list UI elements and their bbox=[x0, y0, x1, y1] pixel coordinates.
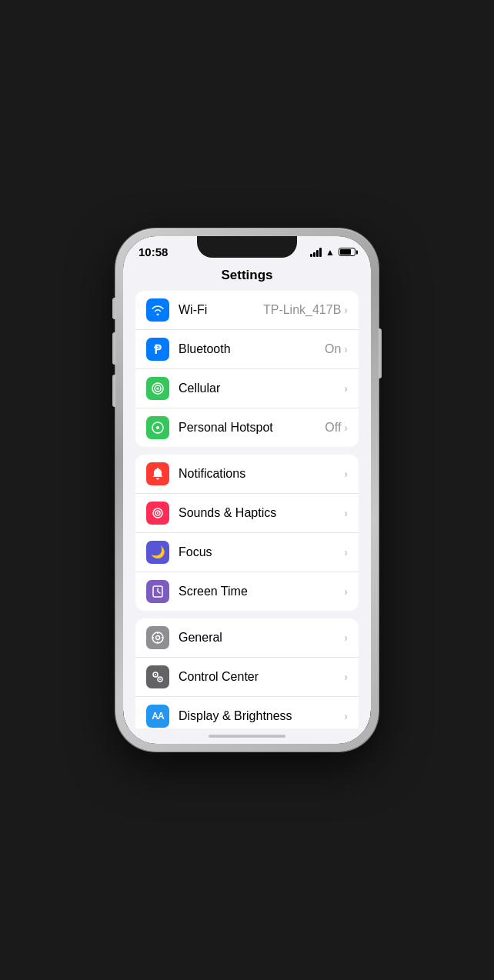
bluetooth-icon: Ᵽ bbox=[146, 338, 169, 361]
screentime-label: Screen Time bbox=[179, 585, 344, 598]
svg-point-2 bbox=[157, 388, 159, 390]
screen: 10:58 ▲ Settings bbox=[123, 236, 371, 744]
bluetooth-chevron: › bbox=[344, 343, 348, 355]
control-center-icon bbox=[146, 665, 169, 688]
display-label: Display & Brightness bbox=[179, 709, 344, 723]
bluetooth-value: On bbox=[325, 342, 341, 356]
status-icons: ▲ bbox=[310, 247, 355, 258]
svg-point-9 bbox=[156, 636, 160, 640]
home-indicator bbox=[209, 735, 285, 738]
volume-up-button[interactable] bbox=[112, 332, 115, 365]
settings-scroll[interactable]: Wi-Fi TP-Link_417B › Ᵽ Bluetooth On › bbox=[123, 291, 371, 728]
connectivity-group: Wi-Fi TP-Link_417B › Ᵽ Bluetooth On › bbox=[135, 291, 359, 447]
general-row[interactable]: General › bbox=[135, 618, 359, 658]
svg-point-6 bbox=[157, 512, 159, 514]
screentime-row[interactable]: Screen Time › bbox=[135, 572, 359, 611]
control-center-row[interactable]: Control Center › bbox=[135, 658, 359, 697]
wifi-label: Wi-Fi bbox=[179, 303, 263, 317]
notifications-chevron: › bbox=[344, 468, 348, 480]
bluetooth-label: Bluetooth bbox=[179, 342, 325, 356]
notifications-label: Notifications bbox=[179, 467, 344, 481]
wifi-row[interactable]: Wi-Fi TP-Link_417B › bbox=[135, 291, 359, 330]
volume-down-button[interactable] bbox=[112, 375, 115, 407]
svg-point-17 bbox=[159, 678, 161, 680]
battery-icon bbox=[339, 248, 355, 256]
hotspot-icon bbox=[146, 416, 169, 439]
display-row[interactable]: AA Display & Brightness › bbox=[135, 697, 359, 728]
hotspot-label: Personal Hotspot bbox=[179, 421, 325, 435]
status-time: 10:58 bbox=[139, 245, 168, 258]
phone-frame: 10:58 ▲ Settings bbox=[115, 228, 379, 752]
wifi-icon bbox=[146, 298, 169, 322]
screentime-chevron: › bbox=[344, 585, 348, 598]
focus-label: Focus bbox=[179, 545, 344, 559]
general-label: General bbox=[179, 631, 344, 645]
screentime-icon bbox=[146, 580, 169, 603]
phone-inner: 10:58 ▲ Settings bbox=[123, 236, 371, 744]
notifications-group: Notifications › Sounds & Haptics › bbox=[135, 455, 359, 611]
focus-chevron: › bbox=[344, 546, 348, 558]
wifi-chevron: › bbox=[344, 304, 348, 316]
wifi-status-icon: ▲ bbox=[325, 247, 335, 258]
display-icon: AA bbox=[146, 705, 169, 728]
hotspot-row[interactable]: Personal Hotspot Off › bbox=[135, 408, 359, 447]
svg-point-3 bbox=[156, 426, 159, 429]
signal-icon bbox=[310, 248, 322, 257]
cellular-label: Cellular bbox=[179, 382, 341, 395]
sounds-chevron: › bbox=[344, 507, 348, 519]
cellular-icon bbox=[146, 377, 169, 400]
general-chevron: › bbox=[344, 632, 348, 644]
cellular-chevron: › bbox=[344, 382, 348, 395]
focus-row[interactable]: 🌙 Focus › bbox=[135, 533, 359, 572]
power-button[interactable] bbox=[379, 328, 382, 378]
home-bar bbox=[123, 728, 371, 744]
notch bbox=[197, 236, 297, 258]
display-chevron: › bbox=[344, 710, 348, 722]
hotspot-chevron: › bbox=[344, 422, 348, 434]
notifications-icon bbox=[146, 462, 169, 485]
bluetooth-row[interactable]: Ᵽ Bluetooth On › bbox=[135, 330, 359, 369]
silent-switch[interactable] bbox=[112, 298, 115, 319]
svg-point-16 bbox=[155, 674, 156, 675]
general-group: General › Control Center bbox=[135, 618, 359, 728]
sounds-icon bbox=[146, 502, 169, 525]
hotspot-value: Off bbox=[325, 421, 341, 435]
notifications-row[interactable]: Notifications › bbox=[135, 455, 359, 494]
control-center-chevron: › bbox=[344, 671, 348, 683]
sounds-label: Sounds & Haptics bbox=[179, 506, 344, 520]
general-icon bbox=[146, 626, 169, 649]
wifi-value: TP-Link_417B bbox=[263, 303, 341, 317]
page-title: Settings bbox=[123, 262, 371, 291]
control-center-label: Control Center bbox=[179, 670, 344, 684]
focus-icon: 🌙 bbox=[146, 541, 169, 564]
sounds-row[interactable]: Sounds & Haptics › bbox=[135, 494, 359, 533]
cellular-row[interactable]: Cellular › bbox=[135, 369, 359, 408]
svg-point-8 bbox=[152, 632, 163, 643]
